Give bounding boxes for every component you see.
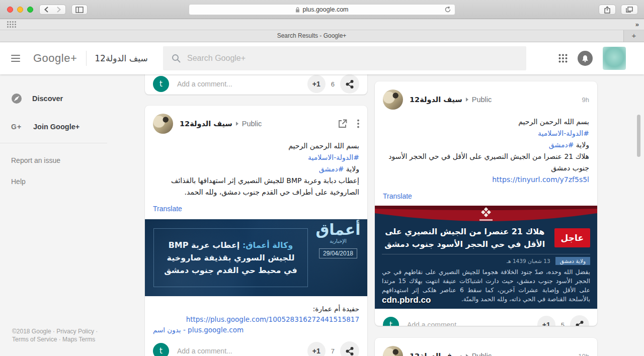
- plus-one-button[interactable]: +1: [307, 75, 326, 93]
- banner-date: 29/04/2018: [319, 248, 357, 258]
- tab-title: Search Results - Google+: [277, 32, 347, 39]
- browser-tab[interactable]: Search Results - Google+: [0, 30, 624, 42]
- author-avatar[interactable]: [153, 114, 173, 134]
- plus-one-button[interactable]: +1: [537, 316, 555, 326]
- author-avatar[interactable]: [383, 90, 403, 110]
- zoom-window-button[interactable]: [27, 7, 33, 13]
- sidebar-footer[interactable]: ©2018 Google · Privacy Policy · Terms of…: [12, 327, 98, 343]
- share-post-button[interactable]: [340, 74, 359, 94]
- author-name[interactable]: سيف الدولة12: [410, 352, 462, 356]
- amaq-logo-subtext: الإخبارية: [314, 238, 362, 244]
- forward-chevron-icon: [56, 7, 61, 13]
- post-body: هلاك 21 عنصرا من الجيش النصيري على الأقل…: [383, 151, 589, 174]
- banner-text-box: وكالة أعماق: إعطاب عربة BMP للجيش السوري…: [153, 228, 308, 287]
- hashtag-link[interactable]: #الدولة-الاسلامية: [308, 153, 359, 161]
- sidebar-divider: [0, 143, 107, 143]
- browser-titlebar: plus.google.com: [0, 0, 644, 19]
- google-plus-logo[interactable]: Google+: [33, 52, 77, 65]
- close-window-button[interactable]: [7, 7, 13, 13]
- sidebar-item-label: Discover: [32, 95, 63, 103]
- comment-avatar: t: [153, 76, 169, 92]
- share-post-button[interactable]: [570, 315, 589, 326]
- sidebar-toggle-button[interactable]: [71, 5, 88, 15]
- banner-overlay-link[interactable]: cdn.pbrd.co: [382, 295, 431, 305]
- search-icon: [172, 54, 181, 63]
- share-icon: [346, 347, 354, 355]
- post-link-block: حفيدة أم عمارة: https://plus.google.com/…: [145, 296, 367, 335]
- author-name[interactable]: سيف الدولة12: [410, 96, 462, 104]
- hashtag-link[interactable]: #دمشق: [319, 165, 344, 173]
- share-page-button[interactable]: [599, 5, 616, 15]
- minimize-window-button[interactable]: [17, 7, 23, 13]
- hijri-date: 13 شعبان 1439 هـ: [507, 258, 550, 264]
- sidebar: Discover G+ Join Google+ Report an issue…: [0, 74, 137, 356]
- plus-one-count: 7: [331, 347, 335, 355]
- post-header: سيف الدولة12 Public 10h: [375, 338, 597, 356]
- hashtag-link[interactable]: #الدولة-الاسلامية: [538, 129, 589, 137]
- plus-one-count: 5: [561, 321, 565, 326]
- post-header: سيف الدولة12 Public 9h: [375, 81, 597, 110]
- main-content: Discover G+ Join Google+ Report an issue…: [0, 74, 644, 356]
- scrollbar-thumb[interactable]: [637, 115, 640, 157]
- comment-input[interactable]: Add a comment...: [177, 347, 307, 355]
- comment-avatar: t: [383, 317, 399, 326]
- translate-link[interactable]: Translate: [375, 186, 597, 200]
- location-badge: ولاية دمشق: [555, 257, 590, 265]
- author-name[interactable]: سيف الدولة12: [180, 120, 232, 128]
- hashtag-link[interactable]: #دمشق: [549, 141, 574, 149]
- search-bar[interactable]: [163, 46, 526, 70]
- share-post-button[interactable]: [340, 341, 359, 356]
- translate-link[interactable]: Translate: [145, 198, 367, 213]
- post-timestamp: 9h: [582, 96, 589, 104]
- public-chevron-icon: [236, 122, 238, 126]
- post-link-url[interactable]: https://plus.google.com/1005283162724415…: [186, 315, 359, 323]
- url-text: plus.google.com: [302, 6, 348, 13]
- amaq-logo-text: أعماق: [314, 221, 362, 238]
- google-plus-icon: G+: [11, 123, 23, 131]
- share-macos-icon: [604, 6, 611, 14]
- address-bar[interactable]: plus.google.com: [189, 4, 455, 15]
- menu-icon[interactable]: [11, 55, 20, 62]
- notifications-button[interactable]: [578, 51, 593, 66]
- post-image-news-banner[interactable]: عاجل هلاك 21 عنصرا من الجيش النصيري على …: [375, 206, 597, 309]
- browser-forward-button[interactable]: [52, 5, 66, 15]
- author-avatar[interactable]: [383, 346, 403, 356]
- tab-overview-button[interactable]: [621, 5, 638, 15]
- back-chevron-icon: [44, 7, 49, 13]
- lock-icon: [295, 7, 300, 13]
- public-chevron-icon: [466, 354, 468, 356]
- post-header: سيف الدولة12 Public: [145, 106, 367, 134]
- share-icon: [576, 321, 584, 326]
- reload-button[interactable]: [444, 6, 451, 13]
- comment-input[interactable]: Add a comment...: [177, 80, 307, 88]
- comment-row: t Add a comment... +1 5: [375, 311, 597, 326]
- comment-row: t Add a comment... +1 6: [145, 74, 367, 95]
- post-line: بسم الله الرحمن الرحيم: [383, 116, 589, 128]
- more-options-icon[interactable]: [357, 119, 359, 128]
- comment-input[interactable]: Add a comment...: [407, 321, 537, 326]
- frequently-visited-icon[interactable]: [7, 21, 16, 28]
- sidebar-item-discover[interactable]: Discover: [0, 86, 137, 111]
- apps-grid-icon[interactable]: [558, 54, 568, 63]
- comment-row: t Add a comment... +1 7: [145, 337, 367, 356]
- footer-line: Terms of Service · Maps Terms: [12, 335, 98, 343]
- sidebar-item-label: Join Google+: [33, 123, 79, 131]
- browser-back-button[interactable]: [39, 5, 53, 15]
- open-in-new-icon[interactable]: [338, 119, 347, 128]
- sidebar-item-join-google-plus[interactable]: G+ Join Google+: [0, 115, 137, 139]
- post-link-caption[interactable]: بدون اسم - plus.google.com: [153, 325, 359, 335]
- plus-one-button[interactable]: +1: [307, 342, 326, 356]
- help-link[interactable]: Help: [0, 177, 137, 186]
- post-card-partial: t Add a comment... +1 6: [145, 74, 367, 95]
- banner-headline: هلاك 21 عنصرا من الجيش النصيري على الأقل…: [382, 225, 548, 250]
- tabs-icon: [626, 7, 633, 13]
- diamond-logo-caption: [479, 219, 493, 221]
- user-avatar[interactable]: [603, 47, 626, 70]
- post-image-amaq-banner[interactable]: أعماق الإخبارية 29/04/2018 وكالة أعماق: …: [145, 219, 367, 296]
- report-issue-link[interactable]: Report an issue: [0, 156, 137, 164]
- post-url[interactable]: https://tinyurl.com/y7zf5s5l: [492, 175, 589, 184]
- banner-agency-prefix: وكالة أعماق:: [239, 240, 293, 250]
- new-tab-button[interactable]: +: [624, 30, 644, 42]
- search-input[interactable]: [187, 54, 526, 63]
- bookmarks-overflow-button[interactable]: »: [635, 21, 639, 28]
